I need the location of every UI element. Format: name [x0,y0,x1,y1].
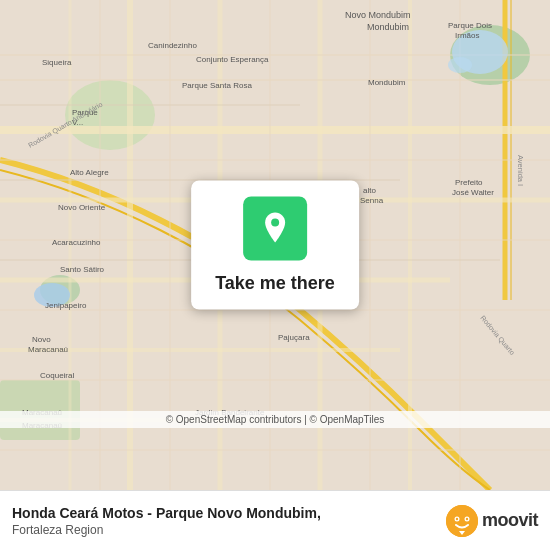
map-container: Novo Mondubim Mondubim Canindezinho Conj… [0,0,550,490]
svg-text:alto: alto [363,186,376,195]
info-title: Honda Ceará Motos - Parque Novo Mondubim… [12,504,436,522]
svg-text:Canindezinho: Canindezinho [148,41,197,50]
moovit-icon [446,505,478,537]
take-me-there-label: Take me there [215,273,335,294]
info-bar: Honda Ceará Motos - Parque Novo Mondubim… [0,490,550,550]
svg-text:Irmãos: Irmãos [455,31,479,40]
svg-text:Avenida I: Avenida I [516,155,525,186]
moovit-svg-icon [446,505,478,537]
svg-text:Novo Mondubim: Novo Mondubim [345,10,411,20]
svg-point-33 [448,57,472,73]
svg-text:Maracanaú: Maracanaú [28,345,68,354]
svg-text:Mondubim: Mondubim [368,78,406,87]
svg-point-71 [466,517,468,519]
svg-text:Pajuçara: Pajuçara [278,333,310,342]
svg-text:Jenipapeiro: Jenipapeiro [45,301,87,310]
svg-text:Acaracuzinho: Acaracuzinho [52,238,101,247]
svg-text:Alto Alegre: Alto Alegre [70,168,109,177]
svg-text:Prefeito: Prefeito [455,178,483,187]
svg-text:José Walter: José Walter [452,188,494,197]
svg-text:Siqueira: Siqueira [42,58,72,67]
pin-icon-container [243,197,307,261]
location-pin-icon [257,211,293,247]
take-me-there-button[interactable]: Take me there [191,181,359,310]
svg-point-66 [271,219,279,227]
svg-text:Novo Oriente: Novo Oriente [58,203,106,212]
svg-text:Senna: Senna [360,196,384,205]
svg-text:Parque Santa Rosa: Parque Santa Rosa [182,81,252,90]
svg-point-70 [456,517,458,519]
moovit-logo: moovit [446,505,538,537]
svg-text:Mondubim: Mondubim [367,22,409,32]
svg-text:Conjunto Esperança: Conjunto Esperança [196,55,269,64]
info-subtitle: Fortaleza Region [12,523,436,537]
svg-text:Novo: Novo [32,335,51,344]
svg-text:Santo Sátiro: Santo Sátiro [60,265,105,274]
map-attribution: © OpenStreetMap contributors | © OpenMap… [0,411,550,428]
info-text: Honda Ceará Motos - Parque Novo Mondubim… [12,504,436,536]
svg-text:Parque Dois: Parque Dois [448,21,492,30]
svg-text:Coqueiral: Coqueiral [40,371,74,380]
moovit-text-label: moovit [482,510,538,531]
